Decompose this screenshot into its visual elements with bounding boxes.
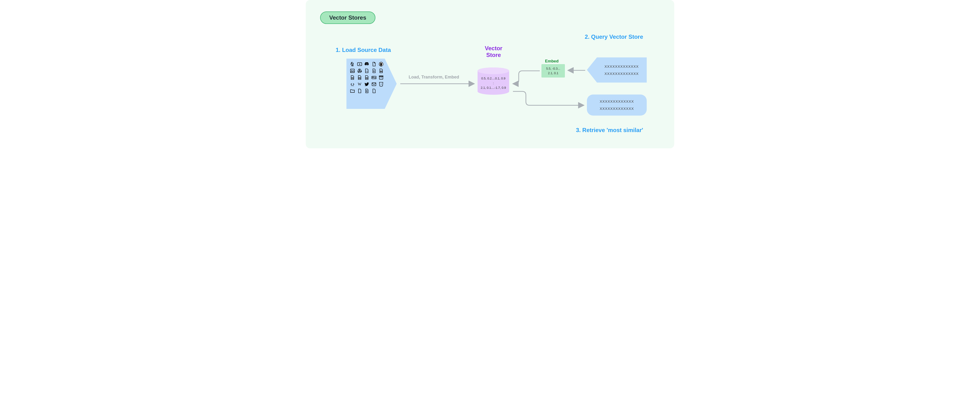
vector-store-label-line1: Vector xyxy=(485,45,502,51)
step-1-label: 1. Load Source Data xyxy=(336,47,391,53)
arrow-store-to-result xyxy=(513,91,583,105)
image-icon xyxy=(350,68,355,73)
vector-store-label: Vector Store xyxy=(478,45,509,58)
svg-text:HTML: HTML xyxy=(351,85,354,86)
html-icon: HTML xyxy=(350,82,355,87)
vector-store-label-line2: Store xyxy=(486,52,501,58)
file-icon xyxy=(371,88,377,94)
folder-icon xyxy=(350,88,355,94)
slack-icon xyxy=(350,62,355,67)
query-line-2: XXXXXXXXXXXXX xyxy=(605,70,639,77)
embed-line-2: 2.1, 0.1 xyxy=(548,71,558,76)
vector-row-1: 0.5, 0.2....0.1, 0.9 xyxy=(481,76,505,80)
result-block: XXXXXXXXXXXXX XXXXXXXXXXXXX xyxy=(587,94,647,116)
document-icon xyxy=(364,88,369,94)
youtube-icon xyxy=(357,62,362,67)
step-3-label: 3. Retrieve 'most similar' xyxy=(576,127,643,134)
svg-text:DOC: DOC xyxy=(351,78,353,79)
file-icon xyxy=(371,68,377,73)
file-icon xyxy=(371,62,377,67)
title-pill: Vector Stores xyxy=(320,11,375,24)
wikipedia-icon: W xyxy=(357,82,362,87)
svg-rect-3 xyxy=(350,69,355,73)
svg-point-4 xyxy=(352,70,352,71)
twitter-icon xyxy=(364,82,369,87)
embed-label: Embed xyxy=(545,59,558,64)
vector-row-2: 2.1, 0.1....-1.7, 0.9 xyxy=(480,86,506,89)
pdf-icon: PDF xyxy=(379,68,384,73)
title-text: Vector Stores xyxy=(329,14,366,21)
arrow-embed-to-store xyxy=(514,71,540,84)
result-line-1: XXXXXXXXXXXXX xyxy=(600,98,634,105)
svg-text:PDF: PDF xyxy=(380,71,382,72)
markdown-icon xyxy=(371,75,377,80)
css3-icon: 3 xyxy=(379,82,384,87)
query-line-1: XXXXXXXXXXXXX xyxy=(605,63,639,70)
query-input-block: XXXXXXXXXXXXX XXXXXXXXXXXXX xyxy=(587,57,647,83)
svg-rect-16 xyxy=(379,76,383,77)
file-icon xyxy=(357,88,362,94)
edge-label: Load, Transform, Embed xyxy=(409,75,459,79)
svg-text:TXT: TXT xyxy=(359,78,361,79)
result-line-2: XXXXXXXXXXXXX xyxy=(600,105,634,112)
ppt-icon: PPT xyxy=(364,75,369,80)
txt-icon: TXT xyxy=(357,75,362,80)
gdrive-icon xyxy=(357,68,362,73)
vector-store-values: 0.5, 0.2....0.1, 0.9 : 2.1, 0.1....-1.7,… xyxy=(477,76,510,90)
source-data-block: CSV PDF DOC TXT PPT HTML W 3 xyxy=(347,59,397,109)
svg-text:3: 3 xyxy=(381,83,382,85)
embed-box: 5.5, -0.3... 2.1, 0.1 xyxy=(541,64,565,78)
doc-icon: DOC xyxy=(350,75,355,80)
embed-line-1: 5.5, -0.3... xyxy=(546,66,560,71)
mail-icon xyxy=(371,82,377,87)
svg-text:PPT: PPT xyxy=(366,78,368,79)
step-2-label: 2. Query Vector Store xyxy=(585,33,643,40)
source-icons-grid: CSV PDF DOC TXT PPT HTML W 3 xyxy=(349,60,387,110)
diagram-canvas: Vector Stores 1. Load Source Data 2. Que… xyxy=(306,0,674,148)
github-icon xyxy=(379,62,384,67)
discord-icon xyxy=(364,62,369,67)
csv-icon: CSV xyxy=(364,68,369,73)
svg-text:CSV: CSV xyxy=(365,71,368,72)
svg-point-21 xyxy=(477,67,509,74)
archive-icon xyxy=(379,75,384,80)
vector-separator: : xyxy=(493,81,494,85)
